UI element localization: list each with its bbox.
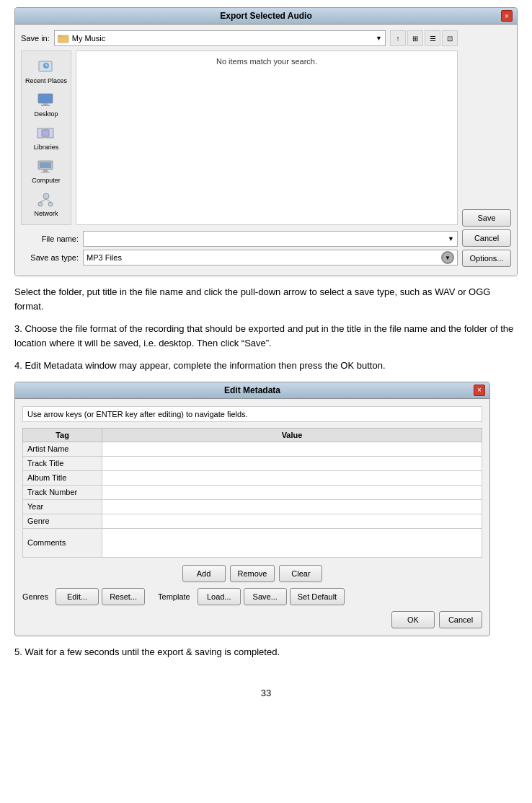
add-button[interactable]: Add <box>182 565 226 582</box>
edit-button[interactable]: Edit... <box>56 588 99 605</box>
saveas-label: Save as type: <box>21 253 79 262</box>
tag-comments: Comments <box>23 528 102 557</box>
recent-places-icon <box>36 58 56 76</box>
reset-button[interactable]: Reset... <box>102 588 145 605</box>
browser-area: Recent Places Desktop <box>21 51 458 225</box>
clear-button[interactable]: Clear <box>279 565 322 582</box>
export-body: Save in: My Music ▼ ↑ ⊞ <box>15 25 517 276</box>
val-year[interactable] <box>102 499 482 514</box>
val-genre[interactable] <box>102 514 482 528</box>
meta-add-remove-row: Add Remove Clear <box>22 565 482 582</box>
save-in-arrow: ▼ <box>376 35 382 42</box>
file-fields: File name: ▼ Save as type: MP3 Files ▼ <box>21 231 458 266</box>
meta-cancel-button[interactable]: Cancel <box>439 611 482 628</box>
nav-desktop-label: Desktop <box>34 110 58 118</box>
cancel-button[interactable]: Cancel <box>462 229 511 247</box>
meta-instruction: Use arrow keys (or ENTER key after editi… <box>22 406 482 422</box>
paragraph-4: 5. Wait for a few seconds until the expo… <box>14 645 518 659</box>
saveas-combo[interactable]: MP3 Files ▼ <box>83 250 458 266</box>
nav-network-label: Network <box>34 210 58 217</box>
val-artist[interactable] <box>102 442 482 456</box>
saveas-row: Save as type: MP3 Files ▼ <box>21 250 458 266</box>
meta-genres-btns: Edit... Reset... <box>56 588 145 605</box>
meta-titlebar: Edit Metadata × <box>15 382 489 399</box>
save-in-value: My Music <box>72 34 376 43</box>
meta-save-button[interactable]: Save... <box>244 588 287 605</box>
tag-track: Track Title <box>23 456 102 470</box>
svg-rect-4 <box>38 94 53 103</box>
val-comments[interactable] <box>102 528 482 557</box>
svg-line-17 <box>40 199 46 202</box>
ok-button[interactable]: OK <box>391 611 435 628</box>
tag-year: Year <box>23 499 102 514</box>
table-row: Artist Name <box>23 442 482 456</box>
toolbar-btn-1[interactable]: ↑ <box>390 30 406 46</box>
svg-point-14 <box>43 193 49 199</box>
nav-network[interactable]: Network <box>22 188 71 220</box>
nav-recent-label: Recent Places <box>25 77 67 84</box>
nav-computer[interactable]: Computer <box>22 155 71 187</box>
toolbar-icons: ↑ ⊞ ☰ ⊡ <box>390 30 458 46</box>
filename-row: File name: ▼ <box>21 231 458 247</box>
svg-rect-11 <box>40 162 51 168</box>
desktop-icon <box>36 92 56 109</box>
nav-libraries[interactable]: Libraries <box>22 122 71 154</box>
saveas-value: MP3 Files <box>87 253 122 262</box>
sidebar-nav: Recent Places Desktop <box>21 51 71 225</box>
network-icon <box>36 191 56 209</box>
tag-tracknum: Track Number <box>23 485 102 499</box>
tag-album: Album Title <box>23 470 102 485</box>
libraries-icon <box>36 125 56 142</box>
set-default-button[interactable]: Set Default <box>290 588 345 605</box>
val-tracknum[interactable] <box>102 485 482 499</box>
toolbar-btn-4[interactable]: ⊡ <box>442 30 458 46</box>
tag-genre: Genre <box>23 514 102 528</box>
nav-computer-label: Computer <box>32 177 61 184</box>
remove-button[interactable]: Remove <box>230 565 275 582</box>
paragraph-3: 4. Edit Metadata window may appear, comp… <box>14 359 518 373</box>
save-in-combo[interactable]: My Music ▼ <box>54 30 386 46</box>
meta-ok-row: OK Cancel <box>22 611 482 628</box>
paragraph-2: 3. Choose the file format of the recordi… <box>14 322 518 350</box>
page-number: 33 <box>14 688 518 698</box>
export-right-buttons: Save Cancel Options... <box>462 30 511 270</box>
toolbar-btn-2[interactable]: ⊞ <box>407 30 423 46</box>
saveas-arrow: ▼ <box>441 251 454 264</box>
tag-artist: Artist Name <box>23 442 102 456</box>
folder-icon <box>58 33 69 43</box>
meta-title: Edit Metadata <box>224 385 280 395</box>
export-outer: Save in: My Music ▼ ↑ ⊞ <box>21 30 511 270</box>
load-button[interactable]: Load... <box>198 588 241 605</box>
export-title: Export Selected Audio <box>220 11 312 21</box>
table-row: Genre <box>23 514 482 528</box>
meta-close-button[interactable]: × <box>474 385 485 396</box>
export-close-button[interactable]: × <box>501 10 513 22</box>
filename-combo[interactable]: ▼ <box>83 231 458 247</box>
svg-rect-13 <box>41 172 50 173</box>
table-row: Track Title <box>23 456 482 470</box>
svg-rect-1 <box>58 35 62 37</box>
genres-label: Genres <box>22 592 48 601</box>
svg-rect-6 <box>41 105 50 106</box>
filename-arrow: ▼ <box>448 235 454 242</box>
toolbar-btn-3[interactable]: ☰ <box>425 30 440 46</box>
nav-recent-places[interactable]: Recent Places <box>22 56 71 87</box>
save-in-row: Save in: My Music ▼ ↑ ⊞ <box>21 30 458 46</box>
save-button[interactable]: Save <box>462 209 511 227</box>
no-items-text: No items match your search. <box>216 57 317 66</box>
val-track[interactable] <box>102 456 482 470</box>
table-row: Year <box>23 499 482 514</box>
save-in-label: Save in: <box>21 34 50 43</box>
val-album[interactable] <box>102 470 482 485</box>
svg-rect-12 <box>43 170 48 172</box>
table-row: Album Title <box>23 470 482 485</box>
export-titlebar: Export Selected Audio × <box>15 8 517 25</box>
svg-line-18 <box>46 199 50 202</box>
col-tag: Tag <box>23 428 102 442</box>
table-row: Track Number <box>23 485 482 499</box>
meta-body: Use arrow keys (or ENTER key after editi… <box>15 399 489 636</box>
options-button[interactable]: Options... <box>462 250 511 267</box>
nav-desktop[interactable]: Desktop <box>22 89 71 120</box>
template-label: Template <box>158 592 190 601</box>
svg-point-16 <box>48 202 53 206</box>
